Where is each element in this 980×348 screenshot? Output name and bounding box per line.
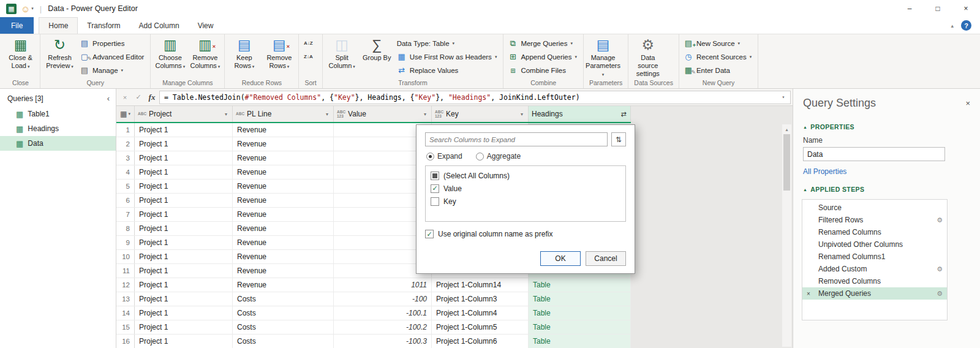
column-option-select-all-columns[interactable]: (Select All Columns) <box>431 169 620 182</box>
replace-values-button[interactable]: ⇄Replace Values <box>394 64 502 77</box>
formula-accept-icon[interactable]: ✓ <box>132 93 145 101</box>
grid-cell[interactable]: Project 1 <box>135 278 233 292</box>
checkbox-checked-icon[interactable]: ✓ <box>431 184 439 193</box>
grid-cell[interactable]: Project 1 <box>135 306 233 320</box>
cancel-button[interactable]: Cancel <box>586 251 626 266</box>
query-item-data[interactable]: ▦Data <box>0 136 116 151</box>
maximize-button[interactable]: □ <box>924 0 952 17</box>
remove-rows-button[interactable]: ▤×Remove Rows ▾ <box>262 35 296 74</box>
properties-button[interactable]: ▤Properties <box>77 37 148 50</box>
formula-expand-button[interactable]: ▾ <box>778 91 789 104</box>
search-columns-input[interactable] <box>425 132 608 146</box>
step-settings-gear-icon[interactable]: ⚙ <box>937 290 943 298</box>
grid-cell[interactable]: Project 1 <box>135 236 233 249</box>
grid-cell[interactable]: -100.3 <box>334 335 432 348</box>
row-number[interactable]: 1 <box>116 123 135 137</box>
manage-button[interactable]: ▤Manage▾ <box>77 64 148 77</box>
formula-input[interactable]: = Table.NestedJoin(#"Removed Columns", {… <box>159 91 791 104</box>
grid-cell[interactable]: Project 1 <box>135 165 233 179</box>
row-number[interactable]: 11 <box>116 264 135 278</box>
minimize-button[interactable]: – <box>895 0 924 17</box>
close-settings-icon[interactable]: × <box>965 99 970 108</box>
combine-files-button[interactable]: ⧈Combine Files <box>505 64 581 77</box>
grid-cell[interactable]: Project 1-Column4 <box>432 306 529 320</box>
use-original-prefix-option[interactable]: ✓ Use original column name as prefix <box>425 230 626 238</box>
query-name-input[interactable] <box>803 147 945 161</box>
formula-cancel-icon[interactable]: × <box>119 94 131 101</box>
grid-cell[interactable]: Costs <box>233 335 334 348</box>
manage-parameters-button[interactable]: ▤Manage Parameters ▾ <box>586 35 620 78</box>
row-number[interactable]: 12 <box>116 278 135 292</box>
grid-cell[interactable]: -100.1 <box>334 306 432 320</box>
grid-cell[interactable]: Table <box>529 335 631 348</box>
query-item-headings[interactable]: ▦Headings <box>0 121 116 136</box>
grid-cell[interactable]: 1011 <box>334 278 432 292</box>
grid-cell[interactable]: Revenue <box>233 137 334 151</box>
row-number[interactable]: 6 <box>116 194 135 207</box>
grid-corner-cell[interactable]: ▦▾ <box>116 106 135 122</box>
step-settings-gear-icon[interactable]: ⚙ <box>937 216 943 224</box>
grid-cell[interactable]: Revenue <box>233 250 334 263</box>
new-source-button[interactable]: ▤+New Source▾ <box>681 37 756 50</box>
row-number[interactable]: 10 <box>116 250 135 263</box>
grid-cell[interactable]: Project 1 <box>135 208 233 221</box>
grid-cell[interactable]: Table <box>529 278 631 292</box>
use-first-row-as-headers-button[interactable]: ▦Use First Row as Headers▾ <box>394 50 502 64</box>
grid-cell[interactable]: Project 1 <box>135 194 233 207</box>
row-number[interactable]: 13 <box>116 292 135 306</box>
row-number[interactable]: 3 <box>116 151 135 165</box>
collapse-ribbon-button[interactable]: ▴ <box>951 23 954 29</box>
grid-cell[interactable]: Revenue <box>233 180 334 193</box>
radio-aggregate[interactable]: Aggregate <box>476 152 521 161</box>
filter-dropdown-icon[interactable]: ▾ <box>421 112 429 117</box>
grid-cell[interactable]: Costs <box>233 306 334 320</box>
recent-sources-button[interactable]: ◷Recent Sources▾ <box>681 50 756 64</box>
applied-step-source[interactable]: Source <box>802 202 947 214</box>
vertical-scrollbar[interactable]: ▴ <box>782 124 791 347</box>
keep-rows-button[interactable]: ▤Keep Rows ▾ <box>227 35 262 74</box>
grid-cell[interactable]: Project 1-Column6 <box>432 335 529 348</box>
filter-dropdown-icon[interactable]: ▾ <box>323 112 331 117</box>
applied-step-added-custom[interactable]: Added Custom⚙ <box>802 263 947 275</box>
grid-cell[interactable]: Table <box>529 306 631 320</box>
grid-cell[interactable]: Revenue <box>233 165 334 179</box>
row-number[interactable]: 16 <box>116 335 135 348</box>
all-properties-link[interactable]: All Properties <box>793 161 980 177</box>
choose-columns-button[interactable]: ▥Choose Columns ▾ <box>153 35 187 74</box>
grid-cell[interactable]: Revenue <box>233 208 334 221</box>
feedback-smiley-icon[interactable]: ☺ ▾ <box>21 4 34 14</box>
applied-step-unpivoted-other-columns[interactable]: Unpivoted Other Columns <box>802 238 947 251</box>
scroll-up-arrow-icon[interactable]: ▴ <box>785 124 788 134</box>
tab-file[interactable]: File <box>0 17 34 34</box>
append-queries-button[interactable]: ⊞Append Queries▾ <box>505 50 581 64</box>
tab-transform[interactable]: Transform <box>78 17 129 34</box>
sort-descending-button[interactable]: Z↓A <box>301 50 317 64</box>
filter-dropdown-icon[interactable]: ▾ <box>518 112 526 117</box>
grid-cell[interactable]: Costs <box>233 292 334 306</box>
checkbox-indeterminate-icon[interactable] <box>431 172 439 180</box>
sort-columns-button[interactable]: ⇅ <box>611 132 626 146</box>
grid-cell[interactable]: Project 1 <box>135 180 233 193</box>
refresh-preview-button[interactable]: ↻Refresh Preview ▾ <box>42 35 77 74</box>
properties-section-header[interactable]: ▲ PROPERTIES <box>793 121 980 132</box>
close-load-button[interactable]: ▦Close & Load ▾ <box>3 35 38 74</box>
split-column-button[interactable]: ◫Split Column ▾ <box>325 35 360 74</box>
grid-cell[interactable]: Project 1 <box>135 335 233 348</box>
close-window-button[interactable]: × <box>952 0 980 17</box>
grid-cell[interactable]: Revenue <box>233 264 334 278</box>
grid-cell[interactable]: Project 1 <box>135 320 233 334</box>
grid-cell[interactable]: -100.2 <box>334 320 432 334</box>
applied-steps-section-header[interactable]: ▲ APPLIED STEPS <box>793 183 980 194</box>
applied-step-merged-queries[interactable]: ×Merged Queries⚙ <box>802 287 947 300</box>
row-number[interactable]: 15 <box>116 320 135 334</box>
grid-cell[interactable]: Revenue <box>233 222 334 235</box>
grid-cell[interactable]: Table <box>529 320 631 334</box>
grid-cell[interactable]: Table <box>529 292 631 306</box>
sort-ascending-button[interactable]: A↓Z <box>301 37 317 50</box>
collapse-queries-pane-button[interactable]: ‹ <box>107 94 110 103</box>
column-header-project[interactable]: ABCProject▾ <box>135 106 233 122</box>
grid-cell[interactable]: Project 1-Column3 <box>432 292 529 306</box>
row-number[interactable]: 5 <box>116 180 135 193</box>
grid-cell[interactable]: Revenue <box>233 194 334 207</box>
step-settings-gear-icon[interactable]: ⚙ <box>937 265 943 273</box>
